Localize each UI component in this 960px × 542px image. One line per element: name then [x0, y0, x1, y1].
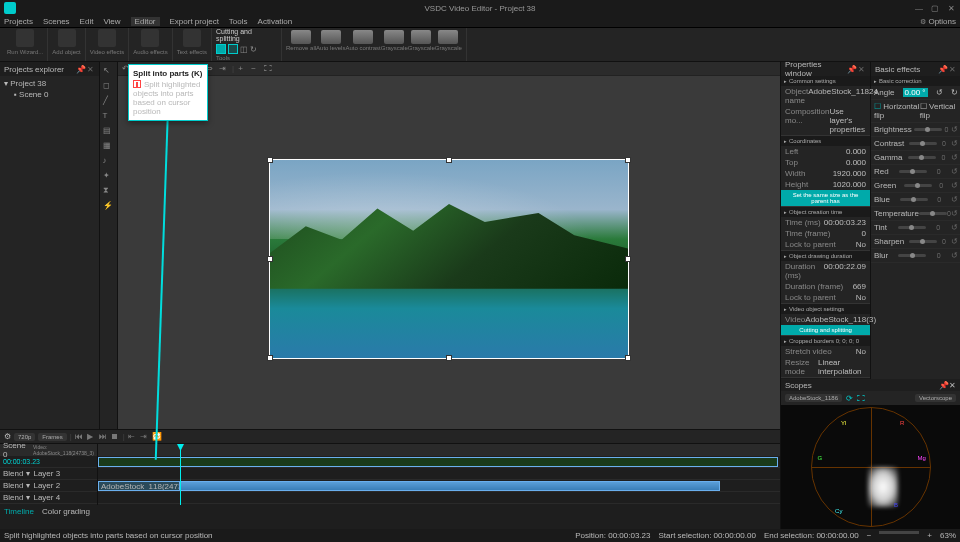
- fx-temperature[interactable]: Temperature0↺: [871, 207, 960, 221]
- audio-tool-icon[interactable]: ♪: [103, 156, 115, 168]
- resize-handle-tl[interactable]: [267, 157, 273, 163]
- fx-red[interactable]: Red0↺: [871, 165, 960, 179]
- scope-settings-icon[interactable]: ⛶: [857, 394, 865, 403]
- scene-label[interactable]: Scene 0: [3, 441, 26, 459]
- timeline-clip-thumbnails[interactable]: [98, 457, 778, 467]
- options-link[interactable]: Options: [928, 17, 956, 26]
- menu-projects[interactable]: Projects: [4, 17, 33, 26]
- video-settings-hdr[interactable]: Video object settings: [781, 304, 870, 314]
- counter-tool-icon[interactable]: ⧗: [103, 186, 115, 198]
- playhead[interactable]: [180, 444, 181, 505]
- close-panel-icon[interactable]: ✕: [858, 65, 866, 73]
- close-panel-icon[interactable]: ✕: [949, 65, 957, 73]
- basic-correction-hdr[interactable]: Basic correction: [871, 76, 960, 86]
- timeline-clip-1[interactable]: AdobeStock_118(24738_3): [98, 481, 180, 491]
- shape-tool-icon[interactable]: ◻: [103, 81, 115, 93]
- menu-activation[interactable]: Activation: [258, 17, 293, 26]
- fx-sharpen[interactable]: Sharpen0↺: [871, 235, 960, 249]
- style-grayscale-1[interactable]: [384, 30, 404, 44]
- pin-icon[interactable]: 📌: [76, 65, 84, 73]
- media-tool-icon[interactable]: ▦: [103, 141, 115, 153]
- tab-timeline[interactable]: Timeline: [4, 507, 34, 516]
- sprite-tool-icon[interactable]: ✦: [103, 171, 115, 183]
- style-auto-levels[interactable]: [321, 30, 341, 44]
- tl-prev-icon[interactable]: ⏮: [75, 432, 84, 441]
- tl-stop-icon[interactable]: ⏹: [111, 432, 120, 441]
- text-effects-button[interactable]: [183, 29, 201, 47]
- audio-effects-button[interactable]: [141, 29, 159, 47]
- zoom-in-icon[interactable]: +: [927, 531, 932, 540]
- text-tool-icon[interactable]: T: [103, 111, 115, 123]
- pin-icon[interactable]: 📌: [938, 65, 946, 73]
- preview-video[interactable]: [269, 159, 629, 359]
- style-auto-contrast[interactable]: [353, 30, 373, 44]
- close-panel-icon[interactable]: ✕: [87, 65, 95, 73]
- zoom-in-icon[interactable]: +: [238, 64, 247, 73]
- menu-tools[interactable]: Tools: [229, 17, 248, 26]
- resize-handle-tr[interactable]: [625, 157, 631, 163]
- fx-green[interactable]: Green0↺: [871, 179, 960, 193]
- resize-handle-ml[interactable]: [267, 256, 273, 262]
- video-effects-button[interactable]: [98, 29, 116, 47]
- cropped-borders-hdr[interactable]: Cropped borders 0; 0; 0; 0: [781, 336, 870, 346]
- menu-scenes[interactable]: Scenes: [43, 17, 70, 26]
- pin-icon[interactable]: 📌: [939, 381, 949, 390]
- resize-handle-tm[interactable]: [446, 157, 452, 163]
- coordinates-hdr[interactable]: Coordinates: [781, 136, 870, 146]
- chart-tool-icon[interactable]: ▤: [103, 126, 115, 138]
- fx-gamma[interactable]: Gamma0↺: [871, 151, 960, 165]
- add-object-button[interactable]: [58, 29, 76, 47]
- tl-next-icon[interactable]: ⏭: [99, 432, 108, 441]
- common-settings-hdr[interactable]: Common settings: [781, 76, 870, 86]
- fit-icon[interactable]: ⛶: [264, 64, 273, 73]
- menu-export[interactable]: Export project: [170, 17, 219, 26]
- animation-tool-icon[interactable]: ⚡: [103, 201, 115, 213]
- maximize-icon[interactable]: ▢: [930, 3, 940, 13]
- cursor-tool-icon[interactable]: ↖: [103, 66, 115, 78]
- rotate-cw-icon[interactable]: ↻: [951, 88, 958, 97]
- timeline-clip-2[interactable]: [180, 481, 720, 491]
- resize-handle-mr[interactable]: [625, 256, 631, 262]
- tab-color-grading[interactable]: Color grading: [42, 507, 90, 516]
- fx-tint[interactable]: Tint0↺: [871, 221, 960, 235]
- scope-type-select[interactable]: Vectorscope: [915, 394, 956, 402]
- resize-handle-bm[interactable]: [446, 355, 452, 361]
- fx-brightness[interactable]: Brightness0↺: [871, 123, 960, 137]
- pin-icon[interactable]: 📌: [847, 65, 855, 73]
- resolution-select[interactable]: 720p: [14, 433, 35, 441]
- set-same-size-button[interactable]: Set the same size as the parent has: [781, 190, 870, 206]
- fps-select[interactable]: Frames: [38, 433, 66, 441]
- drawing-duration-hdr[interactable]: Object drawing duration: [781, 251, 870, 261]
- rotate-ccw-icon[interactable]: ↺: [936, 88, 943, 97]
- style-remove-all[interactable]: [291, 30, 311, 44]
- creation-time-hdr[interactable]: Object creation time: [781, 207, 870, 217]
- timeline-tracks[interactable]: AdobeStock_118(24738_3): [98, 444, 780, 505]
- split-tool-button[interactable]: [216, 44, 226, 54]
- style-grayscale-2[interactable]: [411, 30, 431, 44]
- tree-project[interactable]: ▾ Project 38: [4, 78, 95, 89]
- scope-source-select[interactable]: AdobeStock_1186: [785, 394, 842, 402]
- fx-blur[interactable]: Blur0↺: [871, 249, 960, 263]
- style-grayscale-3[interactable]: [438, 30, 458, 44]
- tl-play-icon[interactable]: ▶: [87, 432, 96, 441]
- scope-refresh-icon[interactable]: ⟳: [846, 394, 853, 403]
- menu-view[interactable]: View: [103, 17, 120, 26]
- tl-end-icon[interactable]: ⇥: [140, 432, 149, 441]
- fx-blue[interactable]: Blue0↺: [871, 193, 960, 207]
- zoom-slider[interactable]: [879, 531, 919, 534]
- zoom-out-icon[interactable]: −: [867, 531, 872, 540]
- tree-scene[interactable]: ▪ Scene 0: [4, 89, 95, 100]
- fx-contrast[interactable]: Contrast0↺: [871, 137, 960, 151]
- rotate-icon[interactable]: ↻: [250, 45, 257, 54]
- crop-icon[interactable]: ◫: [240, 45, 248, 54]
- resize-handle-bl[interactable]: [267, 355, 273, 361]
- zoom-out-icon[interactable]: −: [251, 64, 260, 73]
- minimize-icon[interactable]: —: [914, 3, 924, 13]
- run-wizard-button[interactable]: [16, 29, 34, 47]
- resize-handle-br[interactable]: [625, 355, 631, 361]
- cutting-splitting-button[interactable]: Cutting and splitting: [781, 325, 870, 335]
- menu-editor[interactable]: Editor: [131, 17, 160, 26]
- line-tool-icon[interactable]: ╱: [103, 96, 115, 108]
- tl-begin-icon[interactable]: ⇤: [128, 432, 137, 441]
- close-panel-icon[interactable]: ✕: [949, 381, 956, 390]
